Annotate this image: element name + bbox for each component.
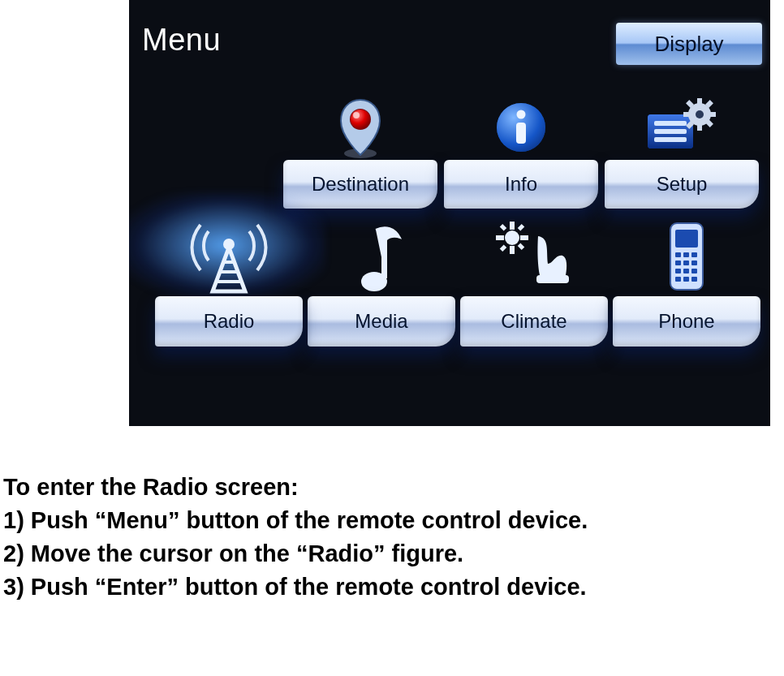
svg-rect-46 bbox=[691, 260, 697, 265]
svg-rect-11 bbox=[654, 129, 687, 134]
menu-tab: Phone bbox=[613, 296, 760, 347]
climate-seat-icon bbox=[460, 225, 608, 296]
svg-rect-38 bbox=[536, 275, 569, 283]
svg-rect-41 bbox=[675, 252, 681, 257]
svg-rect-42 bbox=[683, 252, 689, 257]
svg-point-29 bbox=[505, 230, 519, 245]
display-button-label: Display bbox=[654, 32, 723, 57]
svg-rect-37 bbox=[518, 224, 524, 230]
svg-rect-49 bbox=[691, 269, 697, 273]
svg-rect-12 bbox=[654, 137, 687, 142]
instruction-step: 1) Push “Menu” button of the remote cont… bbox=[3, 505, 784, 536]
svg-rect-45 bbox=[683, 260, 689, 265]
menu-tab: Info bbox=[444, 160, 598, 209]
svg-rect-27 bbox=[381, 235, 387, 278]
svg-point-3 bbox=[353, 112, 360, 118]
gear-icon bbox=[605, 88, 759, 160]
svg-rect-34 bbox=[500, 224, 506, 230]
svg-point-22 bbox=[696, 110, 704, 118]
svg-rect-44 bbox=[675, 260, 681, 265]
menu-item-label: Climate bbox=[501, 310, 566, 333]
menu-item-label: Info bbox=[505, 173, 537, 196]
svg-rect-40 bbox=[675, 230, 698, 248]
info-icon bbox=[444, 88, 598, 160]
menu-item-label: Media bbox=[355, 310, 407, 333]
svg-rect-35 bbox=[518, 243, 524, 249]
instruction-step: 3) Push “Enter” button of the remote con… bbox=[3, 571, 784, 603]
svg-rect-7 bbox=[516, 123, 526, 144]
svg-rect-43 bbox=[691, 252, 697, 257]
menu-item-phone[interactable]: Phone bbox=[613, 225, 760, 347]
menu-row-bottom: Radio Media bbox=[155, 225, 765, 347]
svg-rect-30 bbox=[510, 222, 515, 230]
svg-rect-17 bbox=[708, 112, 716, 117]
svg-rect-48 bbox=[683, 269, 689, 273]
instruction-step: 2) Move the cursor on the “Radio” figure… bbox=[3, 538, 784, 570]
menu-tab: Radio bbox=[155, 296, 303, 347]
screen-title: Menu bbox=[142, 23, 221, 58]
svg-rect-51 bbox=[683, 277, 689, 282]
svg-point-6 bbox=[517, 110, 526, 119]
menu-item-climate[interactable]: Climate bbox=[460, 225, 608, 347]
svg-rect-33 bbox=[520, 235, 528, 240]
svg-rect-16 bbox=[683, 112, 691, 117]
display-button[interactable]: Display bbox=[616, 23, 762, 65]
svg-rect-47 bbox=[675, 269, 681, 273]
menu-tab: Climate bbox=[460, 296, 608, 347]
instructions-heading: To enter the Radio screen: bbox=[3, 471, 784, 503]
svg-rect-31 bbox=[510, 246, 515, 254]
svg-rect-10 bbox=[654, 121, 687, 126]
svg-rect-36 bbox=[500, 244, 506, 251]
menu-screen: Menu Display bbox=[129, 0, 770, 426]
instructions-block: To enter the Radio screen: 1) Push “Menu… bbox=[3, 471, 784, 604]
car-menu-screenshot: Menu Display bbox=[129, 0, 770, 426]
radio-tower-icon bbox=[155, 225, 303, 296]
svg-point-28 bbox=[361, 272, 387, 291]
svg-rect-15 bbox=[697, 123, 702, 131]
music-note-icon bbox=[308, 225, 455, 296]
destination-pin-icon bbox=[283, 88, 437, 160]
phone-icon bbox=[613, 225, 760, 296]
menu-item-media[interactable]: Media bbox=[308, 225, 455, 347]
menu-tab: Setup bbox=[605, 160, 759, 209]
menu-item-info[interactable]: Info bbox=[444, 88, 598, 209]
menu-tab: Destination bbox=[283, 160, 437, 209]
menu-item-label: Setup bbox=[657, 173, 708, 196]
menu-item-label: Radio bbox=[204, 310, 255, 333]
svg-rect-52 bbox=[691, 277, 697, 282]
menu-item-label: Phone bbox=[658, 310, 714, 333]
svg-point-2 bbox=[351, 110, 370, 129]
svg-rect-32 bbox=[496, 235, 504, 240]
menu-item-destination[interactable]: Destination bbox=[283, 88, 437, 209]
svg-rect-50 bbox=[675, 277, 681, 282]
menu-item-label: Destination bbox=[312, 173, 409, 196]
menu-tab: Media bbox=[308, 296, 455, 347]
menu-item-radio[interactable]: Radio bbox=[155, 225, 303, 347]
menu-item-setup[interactable]: Setup bbox=[605, 88, 759, 209]
svg-rect-14 bbox=[697, 98, 702, 106]
menu-row-top: Destination bbox=[283, 88, 765, 209]
